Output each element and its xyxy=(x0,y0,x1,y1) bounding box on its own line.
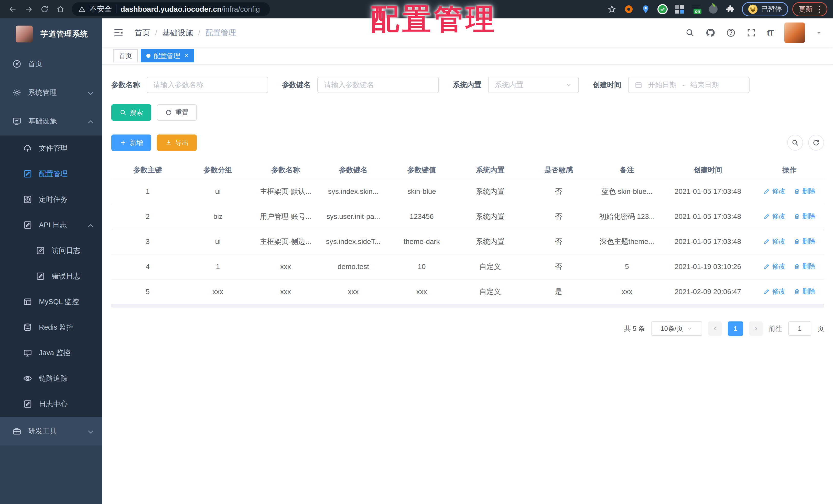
cell-sensitive: 否 xyxy=(524,204,593,229)
sidebar-item-redis-monitor[interactable]: Redis 监控 xyxy=(0,314,102,340)
edit-link[interactable]: 修改 xyxy=(763,187,785,196)
col-created-time: 创建时间 xyxy=(661,161,755,179)
close-icon[interactable]: × xyxy=(184,52,188,59)
goto-page-input[interactable] xyxy=(788,322,811,336)
menu-dots-icon[interactable] xyxy=(818,5,821,14)
breadcrumb-home[interactable]: 首页 xyxy=(135,28,150,38)
download-icon xyxy=(165,139,172,146)
col-param-key: 参数键名 xyxy=(319,161,387,179)
ext-green-check-icon[interactable] xyxy=(657,3,668,15)
user-avatar[interactable] xyxy=(784,23,805,43)
edit-link[interactable]: 修改 xyxy=(763,287,785,296)
sidebar-collapse-icon[interactable] xyxy=(113,27,124,38)
tab-home[interactable]: 首页 xyxy=(113,49,138,62)
toggle-search-icon[interactable] xyxy=(787,135,803,151)
sidebar-item-log-center[interactable]: 日志中心 xyxy=(0,391,102,417)
delete-link[interactable]: 删除 xyxy=(793,287,816,296)
sidebar-item-access-logs[interactable]: 访问日志 xyxy=(0,238,102,263)
sidebar-item-tracing[interactable]: 链路追踪 xyxy=(0,366,102,391)
param-key-input[interactable] xyxy=(317,77,439,93)
form-group-key: 参数键名 xyxy=(282,77,439,93)
cell-remark: 初始化密码 123... xyxy=(593,204,661,229)
forward-icon[interactable] xyxy=(22,2,36,16)
ext-grid-icon[interactable] xyxy=(673,3,685,15)
sidebar-item-file-management[interactable]: 文件管理 xyxy=(0,135,102,161)
reload-icon[interactable] xyxy=(38,2,52,16)
emoji-avatar-icon xyxy=(748,5,758,14)
date-range-picker[interactable]: 开始日期 - 结束日期 xyxy=(628,77,749,93)
builtin-select[interactable]: 系统内置 xyxy=(488,77,579,93)
cell-remark: 5 xyxy=(593,254,661,279)
table-row: 1 ui 主框架页-默认... sys.index.skin... skin-b… xyxy=(111,179,824,204)
browser-toolbar: 不安全 dashboard.yudao.iocoder.cn/infra/con… xyxy=(0,0,833,19)
export-button[interactable]: 导出 xyxy=(157,134,197,151)
ext-blue-pin-icon[interactable] xyxy=(640,3,651,15)
delete-link[interactable]: 删除 xyxy=(793,262,816,271)
current-page[interactable]: 1 xyxy=(728,322,743,336)
sidebar-item-infra[interactable]: 基础设施 xyxy=(0,107,102,135)
breadcrumb-current: 配置管理 xyxy=(206,28,236,38)
bookmark-star-icon[interactable] xyxy=(606,3,618,15)
table-tools xyxy=(787,135,824,151)
caret-down-icon[interactable] xyxy=(816,29,822,36)
breadcrumb-separator: / xyxy=(155,28,157,37)
refresh-icon[interactable] xyxy=(808,135,824,151)
ext-leaf-icon[interactable] xyxy=(707,3,719,15)
sidebar-item-error-logs[interactable]: 错误日志 xyxy=(0,263,102,289)
sidebar-item-api-logs[interactable]: API 日志 xyxy=(0,212,102,238)
page-size-select[interactable]: 10条/页 xyxy=(651,322,702,336)
param-name-input[interactable] xyxy=(147,77,268,93)
add-button[interactable]: 新增 xyxy=(111,134,151,151)
edit-link-label: 修改 xyxy=(772,212,785,221)
browser-update-button[interactable]: 更新 xyxy=(792,2,827,16)
cloud-upload-icon xyxy=(23,144,32,153)
ext-on-badge-icon[interactable]: on xyxy=(690,3,702,15)
table-row: 3 ui 主框架页-侧边... sys.index.sideT... theme… xyxy=(111,229,824,254)
tab-config-management[interactable]: 配置管理 × xyxy=(141,49,194,62)
cell-param-group: biz xyxy=(184,204,252,229)
goto-suffix: 页 xyxy=(817,324,824,333)
cell-param-id: 5 xyxy=(111,279,184,304)
address-bar[interactable]: 不安全 dashboard.yudao.iocoder.cn/infra/con… xyxy=(72,2,270,16)
home-icon[interactable] xyxy=(53,2,68,16)
next-page-button[interactable] xyxy=(749,322,763,336)
sidebar-item-config-management[interactable]: 配置管理 xyxy=(0,161,102,187)
sidebar-item-system[interactable]: 系统管理 xyxy=(0,78,102,107)
app-header: 首页 / 基础设施 / 配置管理 tT xyxy=(102,19,833,47)
delete-link[interactable]: 删除 xyxy=(793,212,816,221)
sidebar-item-scheduled-tasks[interactable]: 定时任务 xyxy=(0,187,102,212)
cell-param-key: sys.index.sideT... xyxy=(319,229,387,254)
pagination: 共 5 条 10条/页 1 前往 页 xyxy=(111,322,824,336)
cell-param-id: 1 xyxy=(111,179,184,204)
help-icon[interactable] xyxy=(726,28,736,37)
chevron-down-icon xyxy=(687,326,693,332)
reset-button[interactable]: 重置 xyxy=(157,104,197,121)
plus-icon xyxy=(120,139,127,146)
form-group-builtin: 系统内置 系统内置 xyxy=(453,77,579,93)
search-button[interactable]: 搜索 xyxy=(111,104,151,121)
edit-link[interactable]: 修改 xyxy=(763,262,785,271)
app-logo xyxy=(16,26,33,43)
prev-page-button[interactable] xyxy=(708,322,722,336)
delete-link[interactable]: 删除 xyxy=(793,237,816,246)
delete-link[interactable]: 删除 xyxy=(793,187,816,196)
sidebar-item-home[interactable]: 首页 xyxy=(0,50,102,78)
ext-orange-circle-icon[interactable] xyxy=(623,3,635,15)
font-size-icon[interactable]: tT xyxy=(767,28,774,37)
edit-link[interactable]: 修改 xyxy=(763,212,785,221)
sidebar-item-dev-tools[interactable]: 研发工具 xyxy=(0,417,102,446)
breadcrumb-infra[interactable]: 基础设施 xyxy=(162,28,193,38)
cell-param-id: 2 xyxy=(111,204,184,229)
extensions-puzzle-icon[interactable] xyxy=(724,3,736,15)
sidebar-item-mysql-monitor[interactable]: MySQL 监控 xyxy=(0,289,102,314)
fullscreen-icon[interactable] xyxy=(746,28,756,37)
search-icon[interactable] xyxy=(685,28,695,37)
edit-link[interactable]: 修改 xyxy=(763,237,785,246)
edit-log-icon xyxy=(36,272,45,281)
back-icon[interactable] xyxy=(6,2,20,16)
github-icon[interactable] xyxy=(706,28,715,37)
sidebar-item-java-monitor[interactable]: Java 监控 xyxy=(0,340,102,366)
paused-label: 已暂停 xyxy=(761,5,782,14)
cell-sensitive: 否 xyxy=(524,179,593,204)
profile-paused-pill[interactable]: 已暂停 xyxy=(742,2,788,16)
